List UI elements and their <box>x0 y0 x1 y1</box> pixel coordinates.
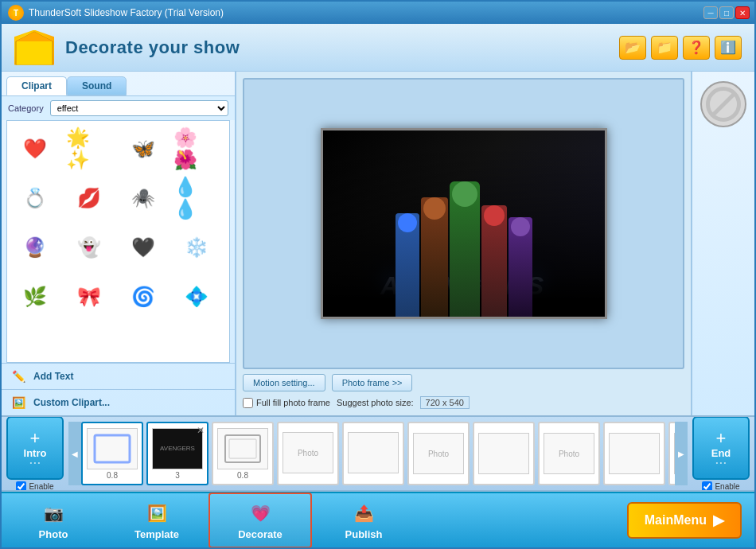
clipart-heart2[interactable]: 🖤 <box>120 224 166 271</box>
app-icon: T <box>8 5 24 21</box>
film-item-9[interactable] <box>603 422 665 485</box>
intro-enable-label: Enable <box>29 482 53 491</box>
category-label: Category <box>8 103 44 113</box>
tab-row: Clipart Sound <box>6 76 230 95</box>
clipart-butterfly[interactable]: 🦋 <box>120 126 166 172</box>
film-item-4[interactable]: Photo <box>277 422 339 485</box>
folder-list-button[interactable]: 📁 <box>651 36 678 60</box>
clipart-ring[interactable]: 💍 <box>12 175 58 221</box>
preview-inner: AVENGERS <box>321 128 607 319</box>
film-inner-7 <box>478 433 529 474</box>
end-enable-label: Enable <box>715 482 739 491</box>
film-number-1: 0.8 <box>107 471 118 480</box>
template-nav-icon: 🖼️ <box>145 501 169 525</box>
film-item-7[interactable] <box>473 422 535 485</box>
nav-publish[interactable]: 📤 Publish <box>312 493 415 547</box>
preview-area: AVENGERS <box>243 78 684 369</box>
clipart-stars[interactable]: 🌟✨ <box>66 126 112 172</box>
right-panel <box>691 72 754 415</box>
custom-clipart-icon: 🖼️ <box>10 394 27 411</box>
header-logo-icon <box>14 30 54 65</box>
svg-rect-4 <box>229 439 256 458</box>
nav-photo[interactable]: 📷 Photo <box>2 493 105 547</box>
clipart-plant[interactable]: 🌿 <box>12 274 58 320</box>
panels: Clipart Sound Category effect nature ani… <box>2 72 754 415</box>
intro-enable-check[interactable]: Enable <box>16 481 53 492</box>
full-fill-label[interactable]: Full fill photo frame <box>243 398 330 408</box>
clipart-diamond[interactable]: 💠 <box>173 274 220 320</box>
motion-setting-button[interactable]: Motion setting... <box>243 374 325 391</box>
photo-nav-icon: 📷 <box>41 501 65 525</box>
main-menu-button[interactable]: MainMenu ▶ <box>627 502 742 539</box>
film-inner-9 <box>609 433 660 474</box>
svg-marker-1 <box>16 32 53 41</box>
clipart-ghost[interactable]: 👻 <box>66 224 112 271</box>
film-item-1[interactable]: 0.8 <box>81 422 143 485</box>
clipart-lips[interactable]: 💋 <box>66 175 112 221</box>
main-menu-label: MainMenu <box>645 513 707 528</box>
template-nav-label: Template <box>134 528 179 540</box>
film-item-8[interactable]: Photo <box>538 422 600 485</box>
minimize-button[interactable]: ─ <box>703 6 718 19</box>
filmstrip-scroll[interactable]: 0.8 AVENGERS 3 ✕ <box>81 418 675 489</box>
decorate-nav-label: Decorate <box>238 528 283 540</box>
controls-row: Motion setting... Photo frame >> <box>243 374 684 391</box>
clipart-swirl[interactable]: 🌀 <box>120 274 166 320</box>
photo-nav-label: Photo <box>39 528 68 540</box>
clipart-orb[interactable]: 🔮 <box>12 224 58 271</box>
end-enable-checkbox[interactable] <box>702 481 712 492</box>
end-enable-check[interactable]: Enable <box>702 481 739 492</box>
svg-rect-2 <box>95 435 130 462</box>
header-title: Decorate your show <box>65 37 240 58</box>
category-row: Category effect nature animals shapes <box>2 95 235 120</box>
open-folder-button[interactable]: 📂 <box>619 36 646 60</box>
window-controls: ─ □ ✕ <box>703 6 750 19</box>
clipart-snowflake[interactable]: ❄️ <box>173 224 220 271</box>
scroll-left-button[interactable]: ◀ <box>68 422 81 485</box>
add-text-row[interactable]: ✏️ Add Text <box>2 363 235 389</box>
photo-frame-button[interactable]: Photo frame >> <box>332 374 413 391</box>
film-inner-10: Photo <box>674 433 675 474</box>
size-row: Full fill photo frame Suggest photo size… <box>243 396 684 409</box>
no-entry-icon <box>706 87 741 122</box>
content-area: Clipart Sound Category effect nature ani… <box>2 72 754 547</box>
nav-decorate[interactable]: 💗 Decorate <box>208 493 312 547</box>
maximize-button[interactable]: □ <box>719 6 734 19</box>
film-item-6[interactable]: Photo <box>407 422 470 485</box>
avengers-background: AVENGERS <box>323 130 605 317</box>
film-item-10[interactable]: Photo <box>668 422 675 485</box>
category-select[interactable]: effect nature animals shapes <box>50 100 228 116</box>
header: Decorate your show 📂 📁 ❓ ℹ️ <box>2 24 754 72</box>
film-item-5[interactable] <box>342 422 404 485</box>
film-inner-5 <box>348 432 399 473</box>
film-number-2: 3 <box>175 471 180 480</box>
intro-enable-checkbox[interactable] <box>16 481 26 492</box>
full-fill-checkbox[interactable] <box>243 398 253 408</box>
filmstrip-row: + Intro • • • Enable ◀ <box>2 415 754 492</box>
publish-nav-icon: 📤 <box>352 501 376 525</box>
nav-template[interactable]: 🖼️ Template <box>105 493 208 547</box>
clipart-flowers[interactable]: 🌸🌺 <box>173 126 220 172</box>
film-item-2[interactable]: AVENGERS 3 ✕ <box>146 422 208 485</box>
clipart-heart[interactable]: ❤️ <box>12 126 58 172</box>
custom-clipart-row[interactable]: 🖼️ Custom Clipart... <box>2 389 235 415</box>
tab-sound[interactable]: Sound <box>67 76 127 95</box>
suggest-size-label: Suggest photo size: <box>337 398 414 407</box>
film-item-2-close[interactable]: ✕ <box>197 425 205 436</box>
about-button[interactable]: ℹ️ <box>715 36 742 60</box>
clipart-spider[interactable]: 🕷️ <box>120 175 166 221</box>
clipart-ribbon[interactable]: 🎀 <box>66 274 112 320</box>
scroll-right-button[interactable]: ▶ <box>675 422 688 485</box>
clipart-drops[interactable]: 💧💧 <box>173 175 220 221</box>
film-item-3[interactable]: 0.8 <box>212 422 274 485</box>
tab-clipart[interactable]: Clipart <box>6 76 67 95</box>
main-menu-arrow-icon: ▶ <box>713 512 724 529</box>
add-text-label: Add Text <box>33 371 73 382</box>
help-button[interactable]: ❓ <box>683 36 710 60</box>
film-inner-6: Photo <box>413 433 464 474</box>
intro-button[interactable]: + Intro • • • <box>6 416 64 480</box>
end-button[interactable]: + End • • • <box>692 416 750 480</box>
close-button[interactable]: ✕ <box>735 6 750 19</box>
left-panel: Clipart Sound Category effect nature ani… <box>2 72 236 415</box>
film-inner-1 <box>87 428 138 469</box>
